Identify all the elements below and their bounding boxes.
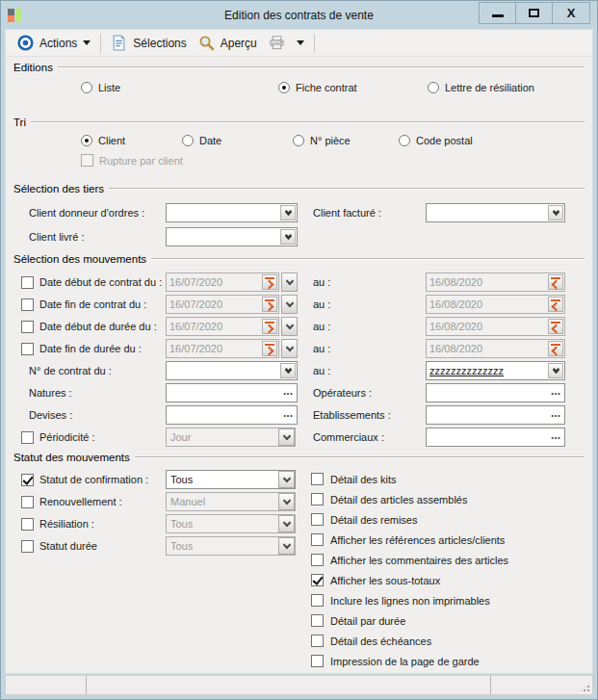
actions-menu-button[interactable]: Actions xyxy=(12,33,96,53)
numero-contrat-to-lookup-button[interactable] xyxy=(548,363,563,378)
radio-tri-piece-label: N° pièce xyxy=(310,135,351,146)
checkbox-inclure-lignes[interactable]: Inclure les lignes non imprimables xyxy=(311,591,585,609)
radio-tri-date-circle xyxy=(182,135,194,146)
label-au: au : xyxy=(313,365,330,376)
label-numero-contrat: N° de contrat du : xyxy=(29,365,112,376)
checkbox-detail-par-duree[interactable]: Détail par durée xyxy=(311,611,585,630)
date-fin-duree-dropdown-button[interactable] xyxy=(281,339,298,358)
radio-tri-client-label: Client xyxy=(98,135,125,146)
checkbox-afficher-sous-totaux[interactable]: Afficher les sous-totaux xyxy=(311,571,585,589)
client-donneur-field[interactable] xyxy=(166,203,298,222)
operateurs-field[interactable]: ... xyxy=(426,383,565,402)
calendar-prev-icon xyxy=(551,299,560,310)
label-natures: Natures : xyxy=(29,387,72,399)
date-debut-contrat-from-field: 16/07/2020 xyxy=(166,272,279,292)
date-fin-contrat-dropdown-button[interactable] xyxy=(281,295,298,314)
row-client-donneur: Client donneur d'ordres : Client facturé… xyxy=(13,203,585,222)
calendar-next-button[interactable] xyxy=(262,297,277,312)
calendar-next-button[interactable] xyxy=(262,341,277,356)
radio-liste-label: Liste xyxy=(98,82,120,93)
etablissements-field[interactable]: ... xyxy=(426,405,565,425)
date-fin-duree-from-field: 16/07/2020 xyxy=(166,339,279,358)
minimize-button[interactable] xyxy=(480,3,516,23)
selections-button[interactable]: Sélections xyxy=(105,33,192,53)
calendar-prev-button[interactable] xyxy=(548,319,563,334)
client-facture-lookup-button[interactable] xyxy=(548,205,563,220)
section-tri: Tri xyxy=(13,117,585,128)
double-chevron-icon xyxy=(554,211,559,215)
checkbox-detail-remises-box xyxy=(311,513,324,526)
checkbox-detail-kits-box xyxy=(311,473,324,485)
etablissements-ellipsis-button[interactable]: ... xyxy=(547,407,564,424)
resize-grip-icon[interactable] xyxy=(579,681,591,693)
checkbox-resiliation[interactable]: Résiliation : xyxy=(21,518,166,531)
radio-fiche-contrat[interactable]: Fiche contrat xyxy=(278,82,428,93)
calendar-prev-button[interactable] xyxy=(548,341,563,356)
apercu-button[interactable]: Aperçu xyxy=(193,33,263,53)
radio-tri-code-postal[interactable]: Code postal xyxy=(399,135,473,146)
client-donneur-lookup-button[interactable] xyxy=(280,205,296,220)
checkbox-periodicite[interactable]: Périodicité : xyxy=(21,431,166,444)
section-editions: Editions xyxy=(13,62,585,73)
status-pane-middle xyxy=(87,676,491,694)
status-pane-left xyxy=(6,676,87,694)
label-client-donneur: Client donneur d'ordres : xyxy=(29,207,144,219)
client-livre-lookup-button[interactable] xyxy=(280,229,296,245)
close-button[interactable]: X xyxy=(553,3,589,23)
checkbox-date-fin-contrat[interactable]: Date fin de contrat du : xyxy=(21,298,166,311)
checkbox-date-debut-duree[interactable]: Date début de durée du : xyxy=(21,321,166,333)
checkbox-statut-confirmation[interactable]: Statut de confirmation : xyxy=(21,474,166,486)
client-facture-field[interactable] xyxy=(426,203,565,222)
calendar-prev-button[interactable] xyxy=(548,274,563,290)
printer-icon xyxy=(269,35,285,51)
periodicite-select: Jour xyxy=(166,428,296,447)
section-divider xyxy=(31,121,585,123)
checkbox-detail-echeances[interactable]: Détail des échéances xyxy=(311,632,585,650)
checkbox-afficher-commentaires[interactable]: Afficher les commentaires des articles xyxy=(311,551,585,569)
numero-contrat-from-field[interactable] xyxy=(166,361,298,380)
statut-confirmation-select[interactable]: Tous xyxy=(166,470,296,489)
checkbox-impression-page-garde[interactable]: Impression de la page de garde xyxy=(311,652,585,670)
numero-contrat-from-lookup-button[interactable] xyxy=(280,363,296,378)
radio-liste[interactable]: Liste xyxy=(81,82,278,93)
radio-tri-piece[interactable]: N° pièce xyxy=(293,135,399,146)
checkbox-date-debut-contrat[interactable]: Date début de contrat du : xyxy=(21,276,166,289)
checkbox-detail-articles-assembles-box xyxy=(311,493,324,506)
date-debut-contrat-dropdown-button[interactable] xyxy=(281,272,298,292)
calendar-next-button[interactable] xyxy=(262,274,277,290)
toolbar-separator xyxy=(100,34,101,53)
checkbox-renouvellement[interactable]: Renouvellement : xyxy=(21,496,166,508)
operateurs-ellipsis-button[interactable]: ... xyxy=(547,385,564,402)
checkbox-detail-kits[interactable]: Détail des kits xyxy=(311,470,585,488)
radio-tri-client[interactable]: Client xyxy=(81,135,182,146)
calendar-next-button[interactable] xyxy=(262,319,277,334)
radio-tri-date[interactable]: Date xyxy=(182,135,293,146)
checkbox-afficher-references[interactable]: Afficher les références articles/clients xyxy=(311,531,585,549)
chevron-down-icon xyxy=(285,343,293,350)
devises-field[interactable]: ... xyxy=(166,405,298,425)
checkbox-detail-remises[interactable]: Détail des remises xyxy=(311,510,585,529)
label-au: au : xyxy=(313,298,330,310)
date-debut-duree-dropdown-button[interactable] xyxy=(281,317,298,336)
devises-ellipsis-button[interactable]: ... xyxy=(279,407,297,424)
print-dropdown-button[interactable] xyxy=(291,39,310,47)
print-button[interactable] xyxy=(263,33,291,53)
toolbar-separator-2 xyxy=(314,34,315,53)
checkbox-date-fin-duree[interactable]: Date fin de durée du : xyxy=(21,343,166,355)
natures-ellipsis-button[interactable]: ... xyxy=(279,385,297,402)
numero-contrat-to-field[interactable]: zzzzzzzzzzzzzz xyxy=(426,361,565,380)
label-client-livre: Client livré : xyxy=(29,231,84,243)
chevron-down-icon xyxy=(282,518,290,526)
commerciaux-field[interactable]: ... xyxy=(426,428,565,447)
checkbox-detail-articles-assembles[interactable]: Détail des articles assemblés xyxy=(311,490,585,508)
chevron-down-icon xyxy=(285,276,293,284)
commerciaux-ellipsis-button[interactable]: ... xyxy=(547,429,564,446)
radio-lettre-resiliation[interactable]: Lettre de résiliation xyxy=(428,82,534,93)
calendar-prev-button[interactable] xyxy=(548,297,563,312)
rupture-row: Rupture par client xyxy=(13,154,585,167)
statut-confirmation-dropdown-button[interactable] xyxy=(278,471,295,488)
maximize-button[interactable] xyxy=(516,3,553,23)
client-livre-field[interactable] xyxy=(166,227,298,246)
natures-field[interactable]: ... xyxy=(166,383,298,402)
checkbox-statut-duree[interactable]: Statut durée xyxy=(21,540,166,553)
